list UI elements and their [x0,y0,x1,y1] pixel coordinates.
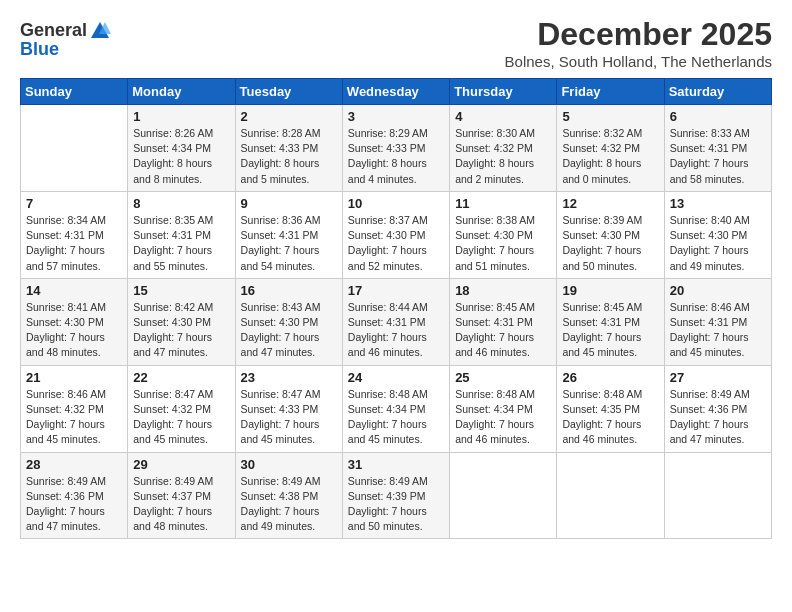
day-detail: Sunrise: 8:38 AMSunset: 4:30 PMDaylight:… [455,213,551,274]
day-number: 28 [26,457,122,472]
calendar-cell: 10Sunrise: 8:37 AMSunset: 4:30 PMDayligh… [342,191,449,278]
calendar-cell: 30Sunrise: 8:49 AMSunset: 4:38 PMDayligh… [235,452,342,539]
day-detail: Sunrise: 8:28 AMSunset: 4:33 PMDaylight:… [241,126,337,187]
day-number: 26 [562,370,658,385]
calendar-week-row: 21Sunrise: 8:46 AMSunset: 4:32 PMDayligh… [21,365,772,452]
calendar-week-row: 1Sunrise: 8:26 AMSunset: 4:34 PMDaylight… [21,105,772,192]
day-number: 8 [133,196,229,211]
day-number: 29 [133,457,229,472]
calendar-cell [664,452,771,539]
day-number: 20 [670,283,766,298]
day-number: 17 [348,283,444,298]
day-detail: Sunrise: 8:34 AMSunset: 4:31 PMDaylight:… [26,213,122,274]
day-detail: Sunrise: 8:36 AMSunset: 4:31 PMDaylight:… [241,213,337,274]
day-detail: Sunrise: 8:49 AMSunset: 4:38 PMDaylight:… [241,474,337,535]
day-number: 13 [670,196,766,211]
day-detail: Sunrise: 8:49 AMSunset: 4:36 PMDaylight:… [26,474,122,535]
day-number: 31 [348,457,444,472]
calendar-cell [21,105,128,192]
day-detail: Sunrise: 8:47 AMSunset: 4:33 PMDaylight:… [241,387,337,448]
day-detail: Sunrise: 8:49 AMSunset: 4:36 PMDaylight:… [670,387,766,448]
calendar-cell: 14Sunrise: 8:41 AMSunset: 4:30 PMDayligh… [21,278,128,365]
day-number: 25 [455,370,551,385]
day-number: 1 [133,109,229,124]
calendar-cell: 20Sunrise: 8:46 AMSunset: 4:31 PMDayligh… [664,278,771,365]
day-number: 12 [562,196,658,211]
day-number: 22 [133,370,229,385]
calendar-cell: 16Sunrise: 8:43 AMSunset: 4:30 PMDayligh… [235,278,342,365]
title-section: December 2025 Bolnes, South Holland, The… [505,16,772,70]
day-number: 3 [348,109,444,124]
day-detail: Sunrise: 8:35 AMSunset: 4:31 PMDaylight:… [133,213,229,274]
day-detail: Sunrise: 8:46 AMSunset: 4:32 PMDaylight:… [26,387,122,448]
month-title: December 2025 [505,16,772,53]
logo-general-text: General [20,21,87,41]
day-detail: Sunrise: 8:30 AMSunset: 4:32 PMDaylight:… [455,126,551,187]
column-header-friday: Friday [557,79,664,105]
column-header-thursday: Thursday [450,79,557,105]
day-number: 5 [562,109,658,124]
logo: General Blue [20,20,111,60]
day-detail: Sunrise: 8:48 AMSunset: 4:34 PMDaylight:… [455,387,551,448]
day-detail: Sunrise: 8:48 AMSunset: 4:34 PMDaylight:… [348,387,444,448]
calendar-cell: 11Sunrise: 8:38 AMSunset: 4:30 PMDayligh… [450,191,557,278]
calendar-cell: 24Sunrise: 8:48 AMSunset: 4:34 PMDayligh… [342,365,449,452]
calendar-cell: 6Sunrise: 8:33 AMSunset: 4:31 PMDaylight… [664,105,771,192]
logo-blue-text: Blue [20,40,111,60]
day-number: 2 [241,109,337,124]
calendar-cell: 13Sunrise: 8:40 AMSunset: 4:30 PMDayligh… [664,191,771,278]
day-number: 14 [26,283,122,298]
calendar-cell: 31Sunrise: 8:49 AMSunset: 4:39 PMDayligh… [342,452,449,539]
calendar-cell: 4Sunrise: 8:30 AMSunset: 4:32 PMDaylight… [450,105,557,192]
day-detail: Sunrise: 8:44 AMSunset: 4:31 PMDaylight:… [348,300,444,361]
calendar-week-row: 14Sunrise: 8:41 AMSunset: 4:30 PMDayligh… [21,278,772,365]
day-detail: Sunrise: 8:32 AMSunset: 4:32 PMDaylight:… [562,126,658,187]
calendar-cell: 9Sunrise: 8:36 AMSunset: 4:31 PMDaylight… [235,191,342,278]
page-header: General Blue December 2025 Bolnes, South… [20,16,772,70]
day-detail: Sunrise: 8:29 AMSunset: 4:33 PMDaylight:… [348,126,444,187]
day-detail: Sunrise: 8:41 AMSunset: 4:30 PMDaylight:… [26,300,122,361]
column-header-wednesday: Wednesday [342,79,449,105]
day-detail: Sunrise: 8:26 AMSunset: 4:34 PMDaylight:… [133,126,229,187]
day-number: 23 [241,370,337,385]
calendar-week-row: 7Sunrise: 8:34 AMSunset: 4:31 PMDaylight… [21,191,772,278]
day-detail: Sunrise: 8:33 AMSunset: 4:31 PMDaylight:… [670,126,766,187]
calendar-cell: 1Sunrise: 8:26 AMSunset: 4:34 PMDaylight… [128,105,235,192]
day-number: 6 [670,109,766,124]
column-header-saturday: Saturday [664,79,771,105]
calendar-cell: 18Sunrise: 8:45 AMSunset: 4:31 PMDayligh… [450,278,557,365]
day-number: 15 [133,283,229,298]
calendar-header-row: SundayMondayTuesdayWednesdayThursdayFrid… [21,79,772,105]
column-header-tuesday: Tuesday [235,79,342,105]
day-detail: Sunrise: 8:39 AMSunset: 4:30 PMDaylight:… [562,213,658,274]
location-title: Bolnes, South Holland, The Netherlands [505,53,772,70]
calendar-cell: 5Sunrise: 8:32 AMSunset: 4:32 PMDaylight… [557,105,664,192]
day-number: 10 [348,196,444,211]
day-detail: Sunrise: 8:45 AMSunset: 4:31 PMDaylight:… [455,300,551,361]
day-detail: Sunrise: 8:37 AMSunset: 4:30 PMDaylight:… [348,213,444,274]
calendar-cell [557,452,664,539]
calendar-week-row: 28Sunrise: 8:49 AMSunset: 4:36 PMDayligh… [21,452,772,539]
calendar-cell: 8Sunrise: 8:35 AMSunset: 4:31 PMDaylight… [128,191,235,278]
column-header-monday: Monday [128,79,235,105]
day-number: 4 [455,109,551,124]
day-number: 30 [241,457,337,472]
calendar-cell: 12Sunrise: 8:39 AMSunset: 4:30 PMDayligh… [557,191,664,278]
day-number: 27 [670,370,766,385]
calendar-cell: 29Sunrise: 8:49 AMSunset: 4:37 PMDayligh… [128,452,235,539]
calendar-cell: 15Sunrise: 8:42 AMSunset: 4:30 PMDayligh… [128,278,235,365]
day-number: 16 [241,283,337,298]
calendar-cell: 2Sunrise: 8:28 AMSunset: 4:33 PMDaylight… [235,105,342,192]
day-detail: Sunrise: 8:49 AMSunset: 4:39 PMDaylight:… [348,474,444,535]
calendar-cell: 7Sunrise: 8:34 AMSunset: 4:31 PMDaylight… [21,191,128,278]
calendar-cell: 19Sunrise: 8:45 AMSunset: 4:31 PMDayligh… [557,278,664,365]
day-detail: Sunrise: 8:49 AMSunset: 4:37 PMDaylight:… [133,474,229,535]
calendar-cell [450,452,557,539]
calendar-cell: 21Sunrise: 8:46 AMSunset: 4:32 PMDayligh… [21,365,128,452]
day-number: 7 [26,196,122,211]
day-number: 21 [26,370,122,385]
day-detail: Sunrise: 8:42 AMSunset: 4:30 PMDaylight:… [133,300,229,361]
calendar-cell: 17Sunrise: 8:44 AMSunset: 4:31 PMDayligh… [342,278,449,365]
calendar-cell: 28Sunrise: 8:49 AMSunset: 4:36 PMDayligh… [21,452,128,539]
day-number: 19 [562,283,658,298]
